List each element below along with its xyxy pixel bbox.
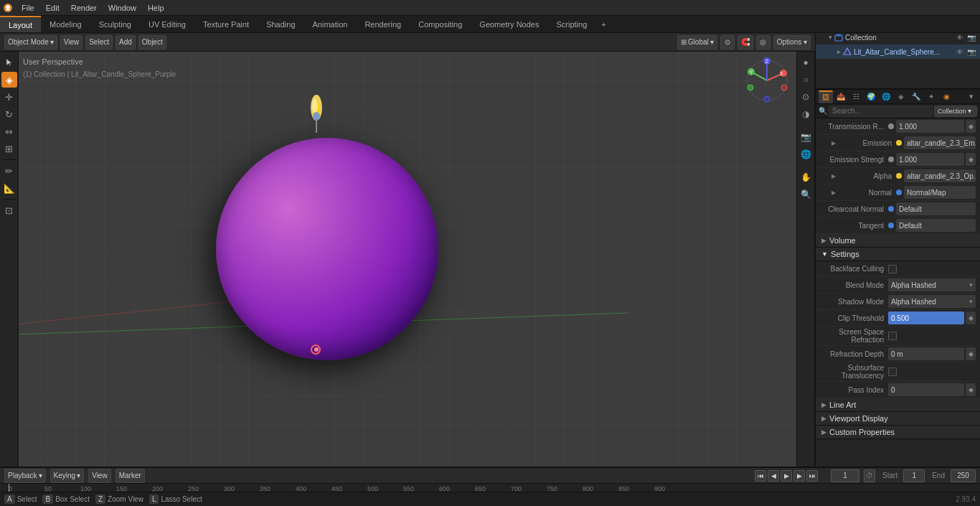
viewport-shade-wire[interactable]: ○	[798, 72, 814, 88]
tab-scripting[interactable]: Scripting	[547, 16, 595, 32]
viewport-render[interactable]: 🌐	[798, 146, 814, 162]
transform-global[interactable]: ⊞ Global ▾	[677, 35, 717, 50]
shadow-mode-dropdown[interactable]: Alpha Hashed ▾	[888, 295, 976, 308]
blender-logo[interactable]	[0, 0, 16, 16]
tab-add[interactable]: +	[595, 18, 611, 31]
start-frame-input[interactable]: 1	[903, 469, 925, 482]
marker-dropdown[interactable]: Marker	[116, 469, 145, 483]
viewport-xray[interactable]: ◑	[798, 106, 814, 122]
clip-driver[interactable]: ◆	[966, 311, 976, 324]
select-menu-viewport[interactable]: Select	[85, 35, 113, 50]
select-key[interactable]: A	[4, 495, 15, 504]
add-cube-tool[interactable]: ⊡	[1, 202, 17, 218]
transform-tool[interactable]: ⊞	[1, 141, 17, 156]
props-tab-material[interactable]: ◉	[939, 90, 953, 103]
tangent-value[interactable]: Default	[896, 219, 976, 232]
menu-file[interactable]: File	[16, 2, 40, 14]
object-menu[interactable]: Object	[138, 35, 166, 50]
tab-rendering[interactable]: Rendering	[356, 16, 410, 32]
prev-frame[interactable]: ◀	[768, 470, 779, 482]
object-render-icon[interactable]: 📷	[967, 48, 976, 56]
collection-vis-icon[interactable]: 👁	[956, 34, 963, 42]
clearcoat-normal-value[interactable]: Default	[896, 202, 976, 215]
transmission-value[interactable]: 1.000	[896, 120, 964, 133]
sst-checkbox[interactable]	[888, 367, 897, 376]
menu-help[interactable]: Help	[142, 2, 170, 14]
clip-threshold-slider[interactable]: 0.500	[888, 311, 964, 324]
emission-expand[interactable]: ▶	[831, 140, 836, 146]
props-tab-particles[interactable]: ✦	[924, 90, 938, 103]
viewport-shade-solid[interactable]: ●	[798, 55, 814, 70]
viewport-camera[interactable]: 📷	[798, 129, 814, 145]
viewport-move[interactable]: ✋	[798, 169, 814, 185]
props-tab-render[interactable]: 🖼	[819, 90, 833, 103]
props-tab-world[interactable]: 🌐	[879, 90, 893, 103]
end-frame-input[interactable]: 250	[951, 469, 976, 482]
props-tab-object[interactable]: ◈	[894, 90, 908, 103]
transform-pivot[interactable]: ⊙	[720, 35, 735, 50]
select-tool[interactable]: ◈	[1, 72, 17, 88]
timeline-view-dropdown[interactable]: View	[88, 469, 111, 483]
object-vis-icon[interactable]: 👁	[956, 48, 963, 56]
props-search-input[interactable]	[829, 106, 933, 117]
viewport-gizmo[interactable]: X Y Z	[744, 57, 791, 104]
menu-window[interactable]: Window	[103, 2, 142, 14]
outliner-object[interactable]: ▸ Lit_Altar_Candle_Sphere... 👁 📷	[816, 44, 980, 59]
pass-index-driver[interactable]: ◆	[966, 383, 976, 396]
settings-header[interactable]: ▼ Settings	[816, 248, 980, 261]
ssr-checkbox[interactable]	[888, 332, 897, 340]
frame-clock[interactable]: ⏱	[864, 469, 875, 482]
viewport-zoom[interactable]: 🔍	[798, 187, 814, 202]
alpha-expand[interactable]: ▶	[831, 173, 836, 179]
move-tool[interactable]: ✛	[1, 89, 17, 105]
props-tab-scene[interactable]: 🌍	[864, 90, 878, 103]
tab-shading[interactable]: Shading	[258, 16, 303, 32]
blend-mode-dropdown[interactable]: Alpha Hashed ▾	[888, 278, 976, 291]
add-menu[interactable]: Add	[116, 35, 136, 50]
proportional-edit[interactable]: ◎	[756, 35, 771, 50]
tab-compositing[interactable]: Compositing	[410, 16, 471, 32]
rotate-tool[interactable]: ↻	[1, 106, 17, 122]
tab-animation[interactable]: Animation	[304, 16, 357, 32]
view-menu[interactable]: View	[60, 35, 83, 50]
props-filter-dropdown[interactable]: Collection▾	[934, 106, 977, 117]
viewport-display-header[interactable]: ▶ Viewport Display	[816, 412, 980, 426]
lasso-key[interactable]: L	[149, 495, 159, 504]
keying-dropdown[interactable]: Keying▾	[50, 469, 85, 483]
props-menu-btn[interactable]: ▾	[966, 91, 977, 103]
normal-value[interactable]: Normal/Map	[904, 186, 976, 199]
props-tab-view-layer[interactable]: ☷	[849, 90, 863, 103]
snapping-btn[interactable]: 🧲	[738, 35, 753, 50]
options-btn[interactable]: Options ▾	[773, 35, 811, 50]
jump-start[interactable]: ⏮	[755, 470, 766, 482]
box-select-key[interactable]: B	[42, 495, 53, 504]
alpha-value[interactable]: altar_candle_2.3_Op...	[904, 169, 976, 182]
jump-end[interactable]: ⏭	[806, 470, 818, 482]
pass-index-value[interactable]: 0	[888, 383, 964, 396]
line-art-header[interactable]: ▶ Line Art	[816, 398, 980, 412]
refraction-depth-value[interactable]: 0 m	[888, 347, 964, 360]
custom-props-header[interactable]: ▶ Custom Properties	[816, 426, 980, 439]
emission-strength-value[interactable]: 1.000	[896, 153, 964, 166]
collection-render-icon[interactable]: 📷	[967, 34, 976, 42]
volume-header[interactable]: ▶ Volume	[816, 234, 980, 248]
transmission-driver[interactable]: ◆	[966, 120, 976, 133]
object-mode-dropdown[interactable]: Object Mode ▾	[4, 35, 57, 50]
sphere-object[interactable]	[216, 138, 438, 360]
menu-edit[interactable]: Edit	[40, 2, 65, 14]
refraction-driver[interactable]: ◆	[966, 347, 976, 360]
props-tab-output[interactable]: 📤	[834, 90, 848, 103]
tab-uv-editing[interactable]: UV Editing	[140, 16, 194, 32]
measure-tool[interactable]: 📐	[1, 180, 17, 196]
props-tab-modifier[interactable]: 🔧	[909, 90, 923, 103]
backface-culling-checkbox[interactable]	[888, 265, 897, 273]
next-frame[interactable]: ▶	[793, 470, 805, 482]
tab-layout[interactable]: Layout	[0, 16, 41, 32]
menu-render[interactable]: Render	[65, 2, 103, 14]
props-rows-scroll[interactable]: Transmission R... 1.000 ◆ ▶ Emission alt…	[816, 118, 980, 467]
current-frame-input[interactable]: 1	[831, 469, 859, 482]
viewport-3d[interactable]: User Perspective (1) Collection | Lit_Al…	[19, 52, 796, 467]
tab-sculpting[interactable]: Sculpting	[90, 16, 140, 32]
zoom-key[interactable]: Z	[95, 495, 105, 504]
tab-modeling[interactable]: Modeling	[41, 16, 90, 32]
